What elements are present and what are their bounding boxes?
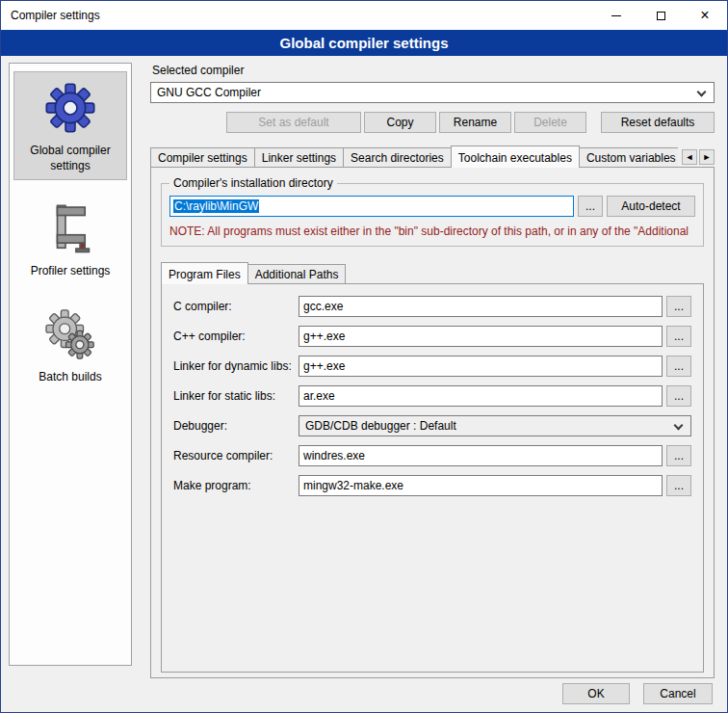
c-compiler-input[interactable] — [299, 296, 663, 317]
reset-defaults-button[interactable]: Reset defaults — [601, 112, 715, 133]
tab-scroll-right-button[interactable]: ► — [699, 149, 715, 165]
minimize-button[interactable] — [594, 1, 638, 30]
subtab-program-files[interactable]: Program Files — [161, 262, 248, 284]
maximize-icon — [657, 12, 665, 20]
program-tabs: Program Files Additional Paths — [161, 262, 346, 284]
browse-button[interactable]: ... — [666, 475, 691, 496]
tab-compiler-settings[interactable]: Compiler settings — [150, 147, 255, 168]
chevron-down-icon — [697, 88, 707, 97]
browse-directory-button[interactable]: ... — [578, 196, 603, 217]
sidebar-item-global-compiler-settings[interactable]: Global compiler settings — [13, 71, 127, 180]
tab-toolchain-executables[interactable]: Toolchain executables — [451, 145, 580, 168]
note-text: NOTE: All programs must exist either in … — [169, 224, 695, 238]
cancel-button[interactable]: Cancel — [643, 683, 713, 704]
sidebar-item-label: Profiler settings — [31, 264, 111, 279]
tab-linker-settings[interactable]: Linker settings — [254, 147, 344, 168]
installation-directory-value: C:\raylib\MinGW — [173, 199, 259, 213]
browse-button[interactable]: ... — [666, 445, 691, 466]
rename-button[interactable]: Rename — [439, 112, 511, 133]
main-tabs: Compiler settings Linker settings Search… — [150, 145, 678, 168]
field-label: Debugger: — [173, 419, 299, 433]
tab-scroll-left-button[interactable]: ◄ — [682, 149, 697, 165]
tab-custom-variables[interactable]: Custom variables — [579, 147, 678, 168]
form-row: Make program: ... — [173, 475, 691, 496]
static-linker-input[interactable] — [299, 385, 663, 407]
program-files-panel: C compiler: ... C++ compiler: ... Linker… — [161, 283, 704, 673]
dialog-footer: OK Cancel — [562, 683, 713, 704]
compiler-settings-window: Compiler settings × Global compiler sett… — [0, 0, 728, 713]
selected-compiler-label: Selected compiler — [152, 64, 715, 77]
cpp-compiler-input[interactable] — [299, 326, 663, 347]
auto-detect-button[interactable]: Auto-detect — [607, 196, 695, 217]
installation-directory-group: Compiler's installation directory C:\ray… — [161, 183, 704, 247]
form-row: Linker for static libs: ... — [173, 385, 691, 407]
debugger-value: GDB/CDB debugger : Default — [305, 419, 456, 433]
sidebar-item-batch-builds[interactable]: Batch builds — [13, 298, 127, 392]
sidebar-item-label: Global compiler settings — [16, 144, 124, 173]
batch-builds-gears-icon — [42, 306, 98, 362]
close-icon: × — [700, 8, 709, 23]
minimize-icon — [611, 15, 621, 16]
form-row: Resource compiler: ... — [173, 445, 691, 466]
profiler-clamp-icon — [42, 200, 98, 256]
maximize-button[interactable] — [638, 1, 683, 30]
copy-button[interactable]: Copy — [364, 112, 436, 133]
delete-button[interactable]: Delete — [514, 112, 586, 133]
set-as-default-button[interactable]: Set as default — [226, 112, 361, 133]
compiler-actions: Set as default Copy Rename Delete Reset … — [150, 112, 715, 133]
subtab-additional-paths[interactable]: Additional Paths — [247, 264, 347, 284]
selected-compiler-value: GNU GCC Compiler — [157, 86, 261, 99]
gear-icon — [42, 80, 98, 136]
chevron-down-icon — [674, 421, 684, 431]
main-content: Selected compiler GNU GCC Compiler Set a… — [150, 61, 715, 678]
form-row: Linker for dynamic libs: ... — [173, 356, 691, 377]
field-label: C++ compiler: — [173, 330, 299, 343]
category-list: Global compiler settings Profiler settin… — [9, 63, 132, 666]
tab-scroll-buttons: ◄ ► — [682, 149, 715, 165]
window-title: Compiler settings — [1, 1, 594, 30]
resource-compiler-input[interactable] — [299, 445, 663, 466]
browse-button[interactable]: ... — [666, 296, 691, 317]
titlebar: Compiler settings × — [1, 1, 727, 30]
dialog-header: Global compiler settings — [1, 30, 727, 56]
installation-directory-input[interactable]: C:\raylib\MinGW — [169, 196, 574, 217]
close-button[interactable]: × — [683, 1, 727, 30]
selected-compiler-dropdown[interactable]: GNU GCC Compiler — [150, 82, 715, 103]
field-label: Make program: — [173, 479, 299, 492]
program-tabs-bar: Program Files Additional Paths — [161, 262, 704, 284]
field-label: Linker for dynamic libs: — [173, 359, 299, 373]
debugger-select[interactable]: GDB/CDB debugger : Default — [299, 415, 691, 436]
field-label: Resource compiler: — [173, 449, 299, 462]
form-row: C++ compiler: ... — [173, 326, 691, 347]
form-row: Debugger: GDB/CDB debugger : Default — [173, 415, 691, 436]
make-program-input[interactable] — [299, 475, 663, 496]
tab-search-directories[interactable]: Search directories — [343, 147, 452, 168]
main-tab-bar: Compiler settings Linker settings Search… — [150, 145, 715, 168]
field-label: Linker for static libs: — [173, 389, 299, 403]
form-row: C compiler: ... — [173, 296, 691, 317]
ok-button[interactable]: OK — [562, 683, 630, 704]
dynamic-linker-input[interactable] — [299, 356, 663, 377]
sidebar-item-profiler-settings[interactable]: Profiler settings — [13, 192, 127, 286]
browse-button[interactable]: ... — [666, 356, 691, 377]
browse-button[interactable]: ... — [666, 385, 691, 407]
browse-button[interactable]: ... — [666, 326, 691, 347]
installation-directory-row: C:\raylib\MinGW ... Auto-detect — [169, 196, 695, 217]
toolchain-executables-panel: Compiler's installation directory C:\ray… — [150, 167, 715, 678]
installation-directory-group-title: Compiler's installation directory — [169, 176, 337, 190]
field-label: C compiler: — [173, 300, 299, 313]
sidebar-item-label: Batch builds — [39, 370, 101, 385]
